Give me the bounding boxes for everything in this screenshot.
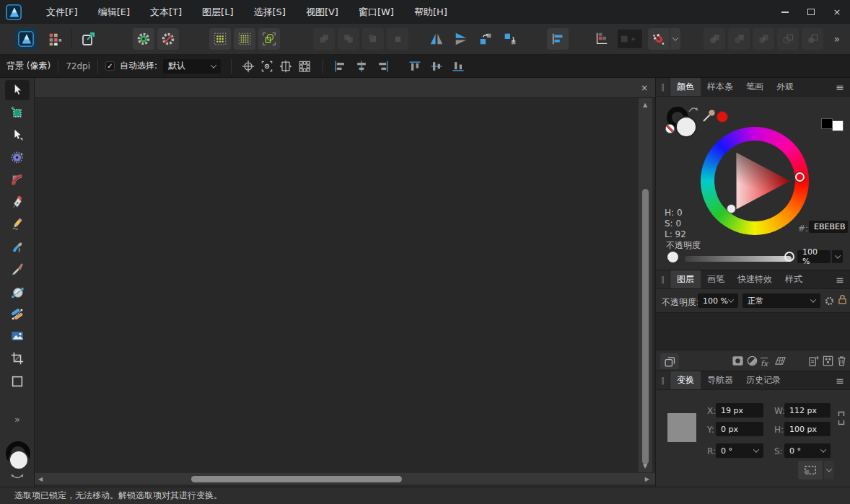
close-button[interactable]: × [824,0,850,24]
new-layer-button[interactable] [807,355,820,367]
boolean-subtract-button[interactable] [728,28,750,50]
auto-select-dropdown[interactable]: 默认 [163,59,221,74]
boolean-add-button[interactable] [704,28,725,50]
maximize-button[interactable] [798,0,824,24]
artboard-tool[interactable] [5,102,30,123]
menu-view[interactable]: 视图[V] [296,0,349,24]
panel-grip-icon[interactable]: ‖ [656,78,670,96]
opacity-slider[interactable] [685,256,792,262]
panel-grip-icon[interactable]: ‖ [656,270,670,288]
align-bottom-button[interactable] [449,58,468,75]
menu-select[interactable]: 选择[S] [243,0,295,24]
snap-grid-button[interactable] [209,28,231,50]
tools-overflow-button[interactable]: » [0,414,35,425]
layer-fx-button[interactable]: fx [761,355,768,369]
boolean-intersect-button[interactable] [753,28,774,50]
w-input[interactable]: 112 px [784,403,831,417]
vertical-scroll-thumb[interactable] [642,189,649,464]
rotation-dropdown[interactable]: 0 ° [716,443,763,458]
menu-text[interactable]: 文本[T] [140,0,192,24]
fill-tool[interactable] [5,282,30,302]
align-middle-button[interactable] [427,58,446,75]
node-tool[interactable] [5,125,30,145]
horizontal-scroll-thumb[interactable] [191,476,402,482]
vector-crop-tool[interactable] [5,348,30,368]
align-right-button[interactable] [374,58,393,75]
h-input[interactable]: 100 px [784,422,831,436]
picked-color-swatch[interactable] [717,111,728,123]
layers-opacity-dropdown[interactable]: 100 % [698,293,738,308]
hue-selector[interactable] [795,172,805,182]
layers-list[interactable] [656,312,850,350]
panel-menu-icon[interactable]: ≡ [836,375,844,386]
pen-tool[interactable] [5,192,30,212]
edit-in-place-button[interactable] [133,28,154,50]
tab-transform[interactable]: 变换 [670,371,701,389]
opacity-slider-handle[interactable] [784,252,794,262]
arrange-forward-button[interactable] [362,28,384,50]
rotate-ccw-button[interactable] [475,28,496,50]
mask-layer-button[interactable] [732,355,744,367]
tab-quick-fx[interactable]: 快速特效 [731,270,779,288]
boolean-combine-button[interactable] [802,28,823,50]
vector-brush-tool[interactable] [5,236,30,257]
bw-swatch-black[interactable] [821,118,833,129]
knife-tool[interactable] [5,259,30,279]
transform-origin-button[interactable] [239,58,258,75]
hide-selection-button[interactable] [258,58,276,75]
shear-dropdown[interactable]: 0 ° [784,443,831,458]
tab-color[interactable]: 颜色 [670,78,701,96]
tab-history[interactable]: 历史记录 [740,371,787,389]
pixel-persona-button[interactable] [44,28,66,50]
tab-brushes[interactable]: 画笔 [701,270,731,288]
menu-layer[interactable]: 图层[L] [192,0,243,24]
tab-styles[interactable]: 样式 [779,270,809,288]
point-transform-tool[interactable] [5,147,30,167]
align-top-button[interactable] [406,58,424,75]
designer-persona-button[interactable] [15,28,37,50]
alignment-button[interactable] [547,28,569,50]
eyedropper-icon[interactable] [701,107,718,124]
menu-window[interactable]: 窗口[W] [349,0,404,24]
arrange-back-button[interactable] [313,28,335,50]
minimize-button[interactable] [772,0,798,24]
tab-layers[interactable]: 图层 [670,270,701,288]
menu-edit[interactable]: 编辑[E] [88,0,140,24]
new-pixel-layer-button[interactable] [822,355,834,367]
snapping-options-dropdown[interactable] [670,28,680,50]
tab-navigator[interactable]: 导航器 [701,371,740,389]
anchor-point-selector[interactable] [667,413,696,442]
tint-selector[interactable] [727,205,735,213]
scroll-right-icon[interactable]: ▶ [645,476,649,482]
x-input[interactable]: 19 px [716,403,763,417]
cycle-selection-box-button[interactable] [276,58,295,75]
swap-colors-icon[interactable] [688,105,699,113]
delete-layer-button[interactable] [836,355,848,367]
y-input[interactable]: 0 px [716,422,763,436]
export-persona-button[interactable] [78,28,100,50]
pencil-tool[interactable] [5,214,30,234]
scroll-left-icon[interactable]: ◀ [38,476,43,482]
move-tool[interactable] [5,80,30,100]
vertical-scrollbar[interactable]: ▲ ▼ [638,98,652,472]
link-layers-button[interactable] [660,353,679,369]
panel-menu-icon[interactable]: ≡ [836,274,844,286]
move-by-whole-pixels-button[interactable] [590,28,612,50]
snapping-magnet-button[interactable] [648,28,670,50]
panel-menu-icon[interactable]: ≡ [836,81,844,93]
bw-swatch-white[interactable] [832,120,844,131]
link-dimensions-icon[interactable] [837,410,846,429]
opacity-dropdown[interactable] [831,250,843,263]
snap-pixels-button[interactable] [234,28,255,50]
lock-layer-icon[interactable] [838,294,847,305]
transform-mode-dropdown[interactable] [823,461,834,479]
align-left-button[interactable] [330,58,349,75]
canvas[interactable] [35,98,638,472]
menu-help[interactable]: 帮助[H] [404,0,457,24]
opacity-value-field[interactable]: 100 % [797,250,831,263]
fill-color-well[interactable] [9,450,29,470]
snap-object-button[interactable] [258,28,280,50]
place-image-tool[interactable] [5,326,30,346]
color-wheel[interactable] [701,127,809,235]
arrange-front-button[interactable] [387,28,408,50]
